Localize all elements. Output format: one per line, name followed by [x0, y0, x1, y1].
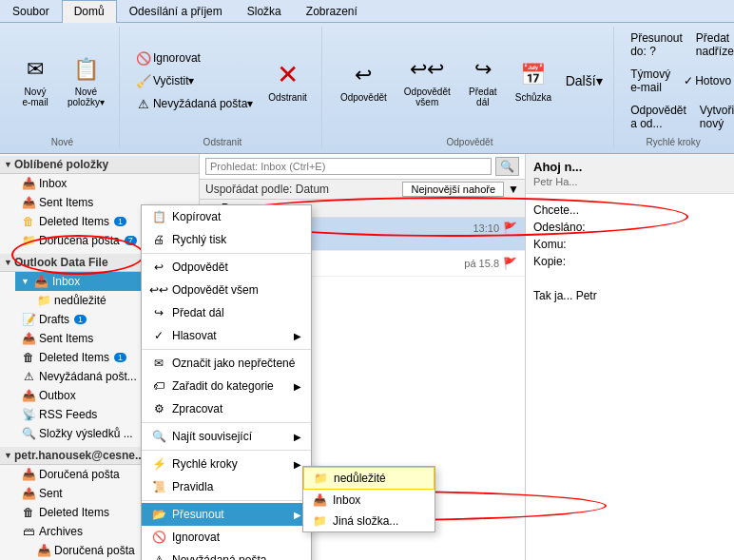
- ribbon-content: ✉ Nový e-mail 📋 Nové položky▾ Nové 🚫 Ign…: [0, 23, 734, 153]
- ctx-related-arrow: ▶: [294, 432, 301, 442]
- reading-line2: Odesláno:: [533, 219, 726, 236]
- more-button[interactable]: 📅 Schůzka: [509, 55, 558, 107]
- submenu-nedule-icon: 📁: [314, 472, 328, 485]
- reading-header: Ahoj n... Petr Ha...: [526, 154, 734, 194]
- copy-icon: 📋: [151, 209, 166, 224]
- ctx-print[interactable]: 🖨 Rychlý tisk: [142, 228, 311, 251]
- tab-domu[interactable]: Domů: [62, 0, 117, 23]
- move-to-button[interactable]: Přesunout do: ?: [626, 29, 687, 61]
- ctx-move[interactable]: 📂 Přesunout ▶: [142, 503, 311, 526]
- group-label-rychle-kroky: Rychlé kroky: [646, 135, 700, 147]
- search-bar: 🔍: [200, 154, 525, 180]
- petr-dorucena-icon: 📥: [21, 467, 36, 482]
- team-email-button[interactable]: Týmový e-mail: [626, 65, 675, 97]
- reply-all-button[interactable]: ↩↩ Odpovědětvšem: [397, 49, 457, 112]
- section-outlook-label: Outlook Data File: [14, 256, 108, 269]
- ctx-reply[interactable]: ↩ Odpovědět: [142, 256, 311, 279]
- email-flag-icon-2: 🚩: [503, 257, 517, 270]
- petr-deleted-icon: 🗑: [21, 505, 36, 520]
- odf-nedule-icon: 📁: [36, 293, 51, 308]
- ctx-rules[interactable]: 📜 Pravidla: [142, 475, 311, 498]
- odf-outbox-icon: 📤: [21, 388, 36, 403]
- tab-zobrazeni[interactable]: Zobrazení: [294, 0, 370, 22]
- submenu-item-nedule[interactable]: 📁 nedůležité: [303, 467, 435, 490]
- submenu-item-other[interactable]: 📁 Jiná složka...: [303, 511, 435, 531]
- ctx-related-icon: 🔍: [151, 429, 166, 444]
- email-time-2: pá 15.8: [464, 258, 499, 269]
- group-label-nove: Nové: [51, 135, 73, 147]
- reading-line3: Komu:: [533, 236, 726, 253]
- tab-slozka[interactable]: Složka: [235, 0, 294, 22]
- ctx-category-arrow: ▶: [294, 381, 301, 392]
- sidebar-item-fav-inbox[interactable]: 📥 Inbox: [15, 174, 199, 193]
- ctx-reply-all[interactable]: ↩↩ Odpovědět všem: [142, 279, 311, 301]
- sort-arrow-icon: ▼: [508, 183, 519, 196]
- search-input[interactable]: [205, 158, 492, 175]
- clean-button[interactable]: 🧹 Vyčistit▾: [131, 70, 258, 91]
- clean-icon: 🧹: [136, 73, 151, 88]
- hotovo-button[interactable]: ✓ Hotovo: [679, 65, 734, 97]
- new-items-button[interactable]: 📋 Nové položky▾: [61, 49, 111, 112]
- junk-button[interactable]: ⚠ Nevyžádaná pošta▾: [131, 93, 258, 114]
- dalsi-icon: Další▾: [569, 66, 599, 96]
- submenu-item-inbox[interactable]: 📥 Inbox: [303, 490, 435, 511]
- reply-delete-button[interactable]: Odpovědět a od...: [626, 101, 691, 133]
- tab-odesilani[interactable]: Odesílání a příjem: [117, 0, 235, 22]
- delete-button[interactable]: ✕ Odstranit: [261, 55, 314, 107]
- ctx-sep1: [142, 253, 311, 254]
- tab-soubor[interactable]: Soubor: [0, 0, 62, 22]
- section-petr-label: petr.hanousek@cesne...: [14, 449, 145, 462]
- delete-icon: ✕: [273, 60, 303, 90]
- search-button[interactable]: 🔍: [495, 157, 519, 176]
- reading-sender: Petr Ha...: [533, 176, 726, 187]
- forward-button[interactable]: ↪ Předatdál: [461, 49, 505, 112]
- odf-junk-icon: ⚠: [21, 369, 36, 384]
- print-icon: 🖨: [151, 232, 166, 247]
- ctx-reply-icon: ↩: [151, 260, 166, 275]
- ctx-reply-all-icon: ↩↩: [151, 282, 166, 298]
- reply-button[interactable]: ↩ Odpovědět: [334, 55, 394, 107]
- ignore-icon: 🚫: [136, 50, 151, 66]
- reading-line4: Kopie:: [533, 253, 726, 270]
- reading-line1: Chcete...: [533, 202, 726, 219]
- ctx-category[interactable]: 🏷 Zařadit do kategorie ▶: [142, 375, 311, 397]
- ribbon-group-nove: ✉ Nový e-mail 📋 Nové položky▾ Nové: [6, 27, 120, 149]
- predat-button[interactable]: Předat nadřízen.: [691, 29, 734, 61]
- new-items-icon: 📋: [70, 54, 101, 85]
- reading-body-text: Tak ja... Petr: [533, 287, 726, 304]
- ctx-ignore2[interactable]: 🚫 Ignorovat: [142, 526, 311, 549]
- sort-label: Uspořádat podle: Datum: [205, 183, 329, 196]
- submenu-other-icon: 📁: [313, 514, 327, 528]
- dorucena-icon: 📁: [21, 233, 36, 248]
- ctx-quick[interactable]: ⚡ Rychlé kroky ▶: [142, 453, 311, 475]
- section-oblibene-header[interactable]: ▼ Oblíbené položky: [0, 156, 199, 174]
- ctx-move-icon: 📂: [151, 507, 166, 522]
- expand-outlook-icon: ▼: [4, 258, 12, 267]
- sort-order[interactable]: Nejnovější nahoře: [402, 182, 504, 197]
- ribbon-tabs: Soubor Domů Odesílání a příjem Složka Zo…: [0, 0, 734, 23]
- expand-inbox-icon: ▼: [21, 277, 29, 286]
- ctx-sep3: [142, 422, 311, 423]
- ctx-unread[interactable]: ✉ Označit jako nepřečtené: [142, 352, 311, 375]
- ctx-copy[interactable]: 📋 Kopírovat: [142, 205, 311, 228]
- new-email-button[interactable]: ✉ Nový e-mail: [13, 49, 57, 112]
- vytvorit-button[interactable]: Vytvořit nový: [695, 101, 734, 133]
- ctx-vote[interactable]: ✓ Hlasovat ▶: [142, 324, 311, 347]
- ctx-forward-icon: ↪: [151, 305, 166, 320]
- reply-icon: ↩: [348, 60, 378, 90]
- dalsi-button[interactable]: Další▾: [562, 61, 606, 101]
- petr-dorucena2-icon: 📥: [36, 543, 51, 558]
- ctx-forward[interactable]: ↪ Předat dál: [142, 301, 311, 324]
- submenu: 📁 nedůležité 📥 Inbox 📁 Jiná složka...: [302, 466, 435, 532]
- ctx-junk2[interactable]: ⚠ Nevyžádaná pošta: [142, 549, 311, 560]
- sent-icon: 📤: [21, 195, 36, 210]
- reading-body: Chcete... Odesláno: Komu: Kopie: Tak ja.…: [526, 194, 734, 312]
- ignore-button[interactable]: 🚫 Ignorovat: [131, 48, 258, 68]
- ctx-vote-arrow: ▶: [294, 331, 301, 341]
- expand-oblibene-icon: ▼: [4, 160, 12, 169]
- ctx-related[interactable]: 🔍 Najít související ▶: [142, 425, 311, 448]
- ctx-process[interactable]: ⚙ Zpracovat: [142, 397, 311, 420]
- deleted-icon: 🗑: [21, 214, 36, 229]
- submenu-inbox-icon: 📥: [313, 493, 327, 507]
- ctx-quick-arrow: ▶: [294, 459, 301, 470]
